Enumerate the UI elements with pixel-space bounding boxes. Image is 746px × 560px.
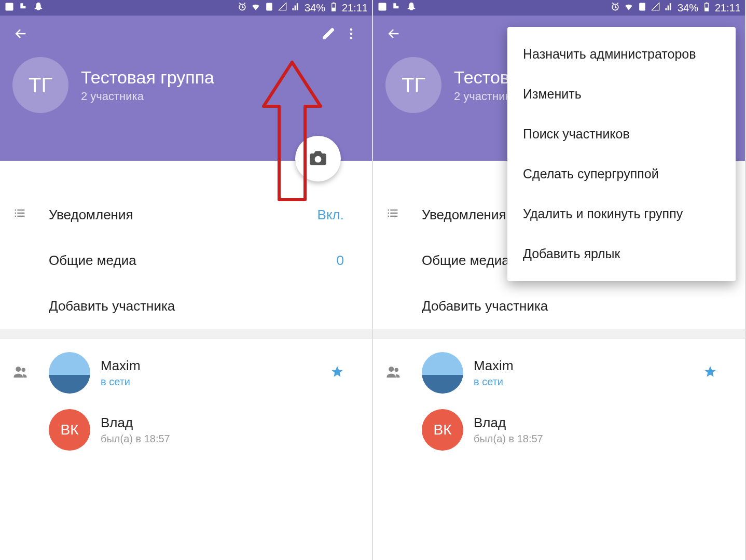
menu-edit[interactable]: Изменить [507,74,736,114]
member-status: был(а) в 18:57 [101,433,170,445]
svg-rect-4 [332,7,336,11]
group-subtitle: 2 участника [81,90,214,103]
notifications-label: Уведомления [49,207,317,223]
member-avatar [422,352,463,394]
member-name: Maxim [101,358,141,374]
flipboard-icon [19,2,29,15]
member-name: Влад [101,415,170,431]
section-divider [373,329,745,339]
member-row[interactable]: Maxim в сети [0,344,372,401]
edit-button[interactable] [317,22,340,45]
member-avatar: ВК [49,409,90,451]
member-avatar: ВК [422,409,463,451]
signal-icon [278,2,288,15]
add-member-row[interactable]: Добавить участника [0,283,372,329]
screen-right: 34% 21:11 ТГ Тестовая группа 2 участника… [373,0,746,560]
svg-rect-15 [705,7,709,11]
member-name: Maxim [474,358,514,374]
group-avatar: ТГ [385,57,441,113]
battery-icon [701,2,712,15]
svg-point-9 [16,367,21,372]
admin-star-icon [330,365,360,381]
menu-delete-leave[interactable]: Удалить и покинуть группу [507,194,736,234]
admin-star-icon [703,365,733,381]
people-icon [12,364,28,382]
sim-icon [637,2,647,15]
member-row[interactable]: ВК Влад был(а) в 18:57 [373,401,745,458]
camera-fab[interactable] [295,136,341,181]
member-status: в сети [474,376,514,388]
svg-point-17 [389,367,394,372]
menu-assign-admins[interactable]: Назначить администраторов [507,34,736,74]
settings-section: Уведомления Вкл. Общие медиа 0 Добавить … [0,161,372,329]
member-avatar [49,352,90,394]
alarm-icon [237,2,247,15]
svg-rect-16 [706,2,707,3]
clock-time: 21:11 [715,2,741,14]
back-button[interactable] [9,22,32,45]
add-member-row[interactable]: Добавить участника [373,283,745,329]
snapchat-icon [406,2,417,15]
wifi-icon [624,2,634,15]
camera-icon [308,148,328,170]
group-avatar: ТГ [12,57,68,113]
wifi-icon [251,2,261,15]
group-title: Тестовая группа [81,67,214,88]
member-status: был(а) в 18:57 [474,433,543,445]
snapchat-icon [33,2,44,15]
member-row[interactable]: Maxim в сети [373,344,745,401]
notifications-value: Вкл. [317,207,360,223]
signal2-icon [291,2,301,15]
member-name: Влад [474,415,543,431]
signal2-icon [664,2,674,15]
menu-make-supergroup[interactable]: Сделать супергруппой [507,154,736,194]
section-divider [0,329,372,339]
sim-icon [264,2,274,15]
battery-icon [328,2,339,15]
members-section: Maxim в сети ВК Влад был(а) в 18:57 [373,339,745,458]
member-status: в сети [101,376,141,388]
svg-rect-11 [379,3,386,10]
svg-point-18 [395,368,399,372]
list-icon [12,206,27,224]
svg-rect-2 [266,3,272,10]
flipboard-icon [392,2,402,15]
svg-rect-5 [333,2,334,3]
clock-time: 21:11 [342,2,368,14]
overflow-menu: Назначить администраторов Изменить Поиск… [507,27,736,281]
svg-point-7 [350,33,353,35]
list-icon [385,206,400,224]
people-icon [385,364,401,382]
more-menu-button[interactable] [340,22,363,45]
add-member-label: Добавить участника [422,298,733,314]
screen-left: 34% 21:11 ТГ Тестовая группа 2 участника… [0,0,373,560]
svg-rect-13 [639,3,645,10]
shared-media-row[interactable]: Общие медиа 0 [0,237,372,283]
svg-point-10 [22,368,26,372]
notifications-row[interactable]: Уведомления Вкл. [0,192,372,237]
alarm-icon [610,2,620,15]
svg-rect-0 [6,3,13,10]
svg-point-6 [350,29,353,31]
menu-add-shortcut[interactable]: Добавить ярлык [507,234,736,274]
shared-media-value: 0 [337,253,360,269]
shared-media-label: Общие медиа [49,253,337,269]
battery-percent: 34% [678,2,698,14]
svg-point-8 [350,37,353,39]
group-header: ТГ Тестовая группа 2 участника [0,16,372,161]
battery-percent: 34% [305,2,325,14]
add-member-label: Добавить участника [49,298,360,314]
members-section: Maxim в сети ВК Влад был(а) в 18:57 [0,339,372,458]
member-row[interactable]: ВК Влад был(а) в 18:57 [0,401,372,458]
menu-search-members[interactable]: Поиск участников [507,114,736,154]
gallery-icon [377,2,388,15]
gallery-icon [4,2,15,15]
back-button[interactable] [382,22,405,45]
status-bar: 34% 21:11 [0,0,372,16]
status-bar: 34% 21:11 [373,0,745,16]
signal-icon [651,2,661,15]
